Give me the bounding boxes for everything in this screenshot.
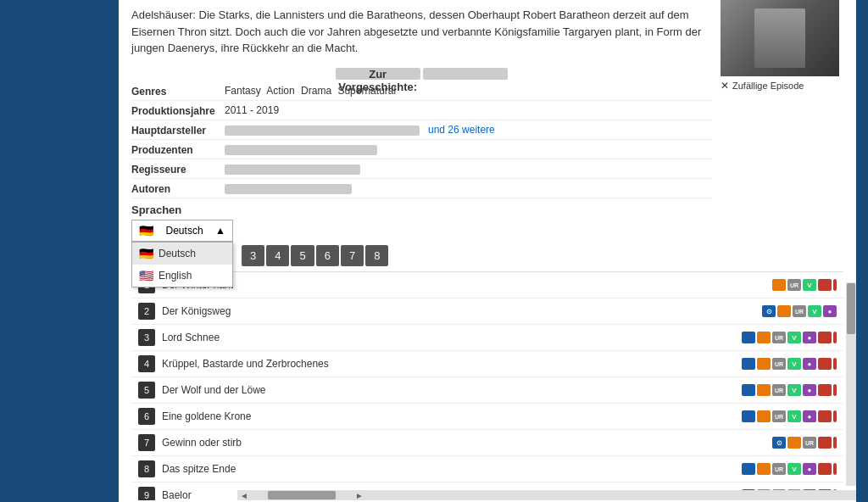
icon-red (818, 279, 832, 291)
episode-icons: UR V ● (742, 384, 837, 396)
genres-label: Genres (131, 85, 225, 98)
icon-purple: ● (803, 463, 816, 475)
episode-row[interactable]: 5 Der Wolf und der Löwe UR V ● (131, 377, 843, 404)
icon-blue (742, 410, 755, 422)
scroll-left-arrow[interactable]: ◄ (237, 491, 251, 500)
icon-red (818, 332, 832, 343)
season-tab-7[interactable]: 7 (341, 245, 364, 266)
sprachen-label: Sprachen (131, 204, 181, 216)
selected-flag: 🇩🇪 (139, 224, 153, 237)
season-tab-4[interactable]: 4 (266, 245, 289, 266)
vorgeschichte-link[interactable] (423, 68, 508, 80)
hauptdarsteller-value: und 26 weitere (225, 124, 712, 136)
icon-stripe (833, 384, 837, 396)
icon-stripe (833, 437, 837, 449)
produktionsjahre-value: 2011 - 2019 (225, 104, 712, 116)
info-table: Genres Fantasy Action Drama Supernatural… (131, 85, 843, 198)
autoren-value (225, 182, 712, 194)
content-area: ✕ Zufällige Episode Adelshäuser: Die Sta… (119, 0, 856, 500)
episode-title: Der Winter naht (162, 279, 772, 291)
language-select-button[interactable]: 🇩🇪 Deutsch ▲ (131, 220, 233, 242)
deutsch-flag: 🇩🇪 (139, 247, 153, 260)
genre-drama[interactable]: Drama (301, 85, 331, 97)
random-episode-label: Zufällige Episode (732, 81, 804, 91)
episode-number: 4 (138, 355, 155, 372)
sprachen-section: Sprachen (131, 204, 843, 216)
episode-row[interactable]: 7 Gewinn oder stirb ⊙ UR (131, 430, 843, 456)
horizontal-scroll-thumb[interactable] (268, 491, 336, 499)
episode-number: 6 (138, 408, 155, 425)
icon-blue: ⊙ (772, 437, 786, 449)
icon-orange (757, 463, 771, 475)
episode-number: 2 (138, 303, 155, 320)
scroll-right-arrow[interactable]: ► (353, 491, 366, 500)
icon-orange (757, 332, 771, 343)
produzenten-value (225, 143, 712, 155)
vertical-scroll-thumb[interactable] (847, 283, 855, 334)
episode-icons: ⊙ UR V ● (762, 305, 837, 317)
episode-row[interactable]: 2 Der Königsweg ⊙ UR V ● (131, 298, 843, 325)
icon-orange (757, 384, 771, 396)
language-option-deutsch[interactable]: 🇩🇪 Deutsch (132, 243, 232, 265)
autoren-label: Autoren (131, 182, 225, 195)
icon-blue (742, 332, 755, 343)
icon-blue: ⊙ (762, 305, 776, 317)
icon-red (818, 384, 832, 396)
genre-fantasy[interactable]: Fantasy (225, 85, 261, 97)
icon-red (818, 463, 832, 475)
season-tab-3[interactable]: 3 (242, 245, 264, 266)
episode-row[interactable]: 4 Krüppel, Bastarde und Zerbrochenes UR … (131, 351, 843, 377)
season-tab-6[interactable]: 6 (316, 245, 339, 266)
english-flag: 🇺🇸 (139, 269, 153, 282)
episode-row[interactable]: 1 Der Winter naht UR V (131, 272, 843, 298)
icon-ur: UR (772, 358, 786, 370)
episode-icons: UR V ● (742, 410, 837, 422)
icon-stripe (833, 358, 837, 370)
thumbnail-section: ✕ Zufällige Episode (721, 0, 843, 92)
hauptdarsteller-label: Hauptdarsteller (131, 124, 225, 137)
episode-number: 7 (138, 434, 155, 451)
hauptdarsteller-more-link[interactable]: und 26 weitere (428, 124, 495, 136)
vertical-scrollbar[interactable] (846, 282, 856, 486)
main-content: ✕ Zufällige Episode Adelshäuser: Die Sta… (119, 0, 856, 502)
random-icon: ✕ (721, 80, 729, 92)
language-option-english[interactable]: 🇺🇸 English (132, 265, 232, 287)
icon-red (818, 437, 832, 449)
episode-number: 9 (138, 487, 155, 500)
vorgeschichte-label: Zur Vorgeschichte: (336, 68, 420, 80)
regisseure-row: Regisseure (131, 163, 712, 179)
language-dropdown[interactable]: 🇩🇪 Deutsch ▲ 🇩🇪 Deutsch 🇺🇸 English (131, 220, 233, 242)
icon-ur: UR (803, 437, 816, 449)
show-thumbnail (721, 0, 839, 76)
genres-value: Fantasy Action Drama Supernatural (225, 85, 712, 97)
icon-orange (772, 279, 786, 291)
produzenten-label: Produzenten (131, 143, 225, 156)
season-tab-5[interactable]: 5 (291, 245, 314, 266)
icon-ur: UR (787, 279, 801, 291)
episode-number: 8 (138, 460, 155, 477)
icon-ur: UR (772, 332, 786, 343)
episode-icons: UR V (772, 279, 837, 291)
icon-purple: ● (803, 384, 816, 396)
icon-blue (742, 384, 755, 396)
genre-supernatural[interactable]: Supernatural (337, 85, 396, 97)
horizontal-scrollbar[interactable]: ◄ ► (237, 490, 856, 500)
regisseure-value (225, 163, 712, 175)
regisseure-label: Regisseure (131, 163, 225, 176)
icon-ur: UR (772, 384, 786, 396)
episode-number: 3 (138, 329, 155, 346)
episode-title: Krüppel, Bastarde und Zerbrochenes (162, 358, 742, 370)
episode-row[interactable]: 3 Lord Schnee UR V ● (131, 325, 843, 351)
episode-title: Der Königsweg (162, 305, 762, 317)
produzenten-blurred (225, 145, 377, 155)
episode-row[interactable]: 6 Eine goldene Krone UR V ● (131, 404, 843, 430)
genre-action[interactable]: Action (266, 85, 294, 97)
episode-title: Das spitze Ende (162, 463, 742, 475)
random-episode-container[interactable]: ✕ Zufällige Episode (721, 80, 843, 92)
season-tab-8[interactable]: 8 (365, 245, 388, 266)
icon-ur: UR (772, 410, 786, 422)
autoren-row: Autoren (131, 182, 712, 198)
autoren-blurred (225, 184, 352, 194)
episode-row[interactable]: 8 Das spitze Ende UR V ● (131, 456, 843, 482)
regisseure-blurred (225, 165, 360, 175)
